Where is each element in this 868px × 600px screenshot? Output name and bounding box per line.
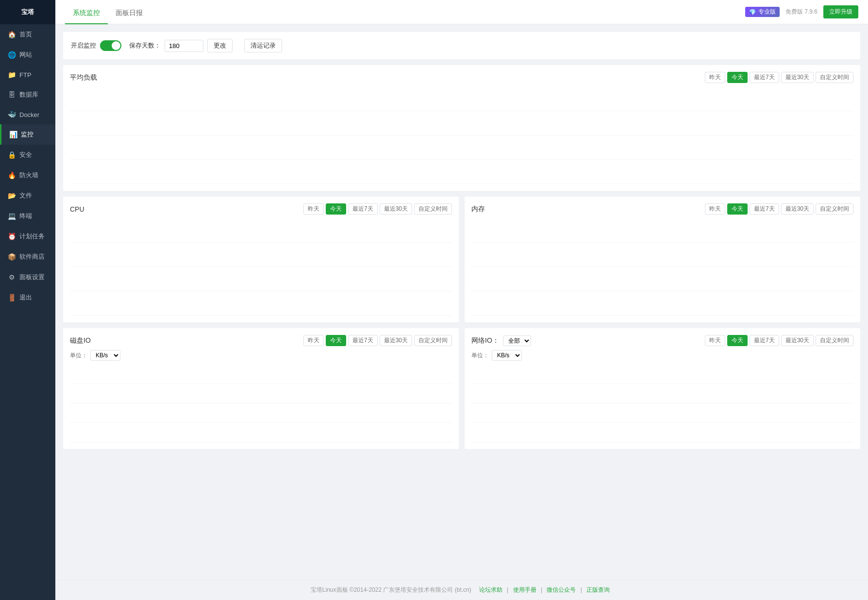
filter-btn-最近30天[interactable]: 最近30天 [380,203,412,215]
network-select[interactable]: 全部 [503,335,531,346]
filter-btn-自定义时间[interactable]: 自定义时间 [816,72,853,83]
main-wrapper: 系统监控面板日报 💎 专业版 免费版 7.9.6 立即升级 开启监控 保存天数：… [55,0,868,600]
sidebar-item-docker[interactable]: 🐳Docker [0,105,55,124]
security-icon: 🔒 [8,151,16,159]
filter-btn-自定义时间[interactable]: 自定义时间 [414,335,452,346]
clear-log-button[interactable]: 清运记录 [244,39,282,52]
footer-link-0[interactable]: 论坛求助 [479,586,502,593]
footer-sep-1: | [505,586,510,593]
logout-icon: 🚪 [8,294,16,301]
top-right: 💎 专业版 免费版 7.9.6 立即升级 [745,5,858,18]
docker-icon: 🐳 [8,111,16,118]
sidebar-item-label-website: 网站 [19,50,32,59]
cpu-filters: 昨天今天最近7天最近30天自定义时间 [303,203,452,215]
load-avg-card: 平均负载 昨天今天最近7天最近30天自定义时间 [63,65,860,191]
top-header: 系统监控面板日报 💎 专业版 免费版 7.9.6 立即升级 [55,0,868,24]
filter-btn-今天[interactable]: 今天 [326,203,346,215]
sidebar-item-label-home: 首页 [19,30,32,39]
sidebar-item-database[interactable]: 🗄数据库 [0,84,55,105]
filter-btn-今天[interactable]: 今天 [727,203,748,215]
footer-link-1[interactable]: 使用手册 [513,586,536,593]
filter-btn-最近30天[interactable]: 最近30天 [781,203,814,215]
sidebar-item-logout[interactable]: 🚪退出 [0,287,55,308]
filter-btn-最近30天[interactable]: 最近30天 [380,335,412,346]
tab-system-monitor[interactable]: 系统监控 [65,9,108,24]
pro-badge: 💎 专业版 [745,7,780,17]
filter-btn-今天[interactable]: 今天 [727,72,748,83]
diamond-icon: 💎 [749,9,756,16]
top-tabs: 系统监控面板日报 [65,0,150,24]
monitor-toggle-group: 开启监控 [71,40,121,51]
filter-btn-自定义时间[interactable]: 自定义时间 [414,203,452,215]
database-icon: 🗄 [8,91,16,99]
sidebar-item-terminal[interactable]: 💻终端 [0,206,55,226]
sidebar-item-label-appstore: 软件商店 [19,252,45,261]
filter-btn-昨天[interactable]: 昨天 [705,72,725,83]
network-title-row: 网络IO： 全部 [471,335,531,346]
sidebar-item-home[interactable]: 🏠首页 [0,24,55,45]
memory-card: 内存 昨天今天最近7天最近30天自定义时间 [465,197,860,322]
upgrade-button[interactable]: 立即升级 [823,5,858,18]
modify-button[interactable]: 更改 [207,39,233,52]
sidebar-item-security[interactable]: 🔒安全 [0,145,55,165]
disk-io-card: 磁盘IO 昨天今天最近7天最近30天自定义时间 单位： KB/s MB/s [63,328,459,449]
monitor-toggle[interactable] [100,40,121,51]
toolbar: 开启监控 保存天数： 更改 清运记录 [63,32,860,59]
filter-btn-最近7天[interactable]: 最近7天 [348,203,378,215]
network-io-unit-select[interactable]: KB/s MB/s [492,350,522,361]
terminal-icon: 💻 [8,212,16,220]
filter-btn-最近7天[interactable]: 最近7天 [750,203,779,215]
sidebar-item-website[interactable]: 🌐网站 [0,45,55,65]
filter-btn-自定义时间[interactable]: 自定义时间 [816,335,853,346]
sidebar-item-label-monitor: 监控 [21,130,33,139]
monitor-icon: 📊 [9,131,17,138]
save-days-input[interactable] [165,40,203,52]
load-avg-filters: 昨天今天最近7天最近30天自定义时间 [705,72,853,83]
memory-placeholder [471,218,853,316]
filter-btn-昨天[interactable]: 昨天 [705,335,725,346]
tab-panel-daily[interactable]: 面板日报 [108,9,150,24]
filter-btn-今天[interactable]: 今天 [326,335,346,346]
disk-io-placeholder [70,365,452,442]
ftp-icon: 📁 [8,71,16,79]
sidebar-item-label-cron: 计划任务 [19,232,45,241]
filter-btn-最近7天[interactable]: 最近7天 [750,72,779,83]
network-io-title: 网络IO： [471,336,499,345]
filter-btn-自定义时间[interactable]: 自定义时间 [816,203,853,215]
sidebar-item-label-security: 安全 [19,150,32,159]
sidebar-item-cron[interactable]: ⏰计划任务 [0,226,55,247]
filter-btn-最近7天[interactable]: 最近7天 [348,335,378,346]
load-avg-title: 平均负载 [70,73,97,82]
filter-btn-最近30天[interactable]: 最近30天 [781,72,814,83]
network-io-unit-label: 单位： [471,351,489,360]
sidebar-item-panel-settings[interactable]: ⚙面板设置 [0,267,55,287]
sidebar-item-label-files: 文件 [19,191,32,200]
footer-link-3[interactable]: 正版查询 [586,586,610,593]
network-io-unit-group: 单位： KB/s MB/s [471,350,853,361]
website-icon: 🌐 [8,51,16,59]
network-io-header: 网络IO： 全部 昨天今天最近7天最近30天自定义时间 [471,335,853,346]
cpu-title: CPU [70,205,84,213]
network-io-card: 网络IO： 全部 昨天今天最近7天最近30天自定义时间 单位： KB/s MB/… [465,328,860,449]
logo-text: 宝塔 [21,8,34,17]
footer-link-2[interactable]: 微信公众号 [547,586,576,593]
disk-io-unit-select[interactable]: KB/s MB/s [90,350,120,361]
disk-io-unit-group: 单位： KB/s MB/s [70,350,452,361]
sidebar-item-files[interactable]: 📂文件 [0,185,55,206]
sidebar-item-firewall[interactable]: 🔥防火墙 [0,165,55,185]
footer-copyright: 宝塔Linux面板 ©2014-2022 广东堡塔安全技术有限公司 (bt.cn… [311,586,471,593]
filter-btn-昨天[interactable]: 昨天 [303,203,324,215]
sidebar-item-monitor[interactable]: 📊监控 [0,124,55,145]
sidebar-item-ftp[interactable]: 📁FTP [0,65,55,84]
sidebar-item-label-database: 数据库 [19,90,38,99]
footer-sep-3: | [579,586,584,593]
cron-icon: ⏰ [8,233,16,240]
footer-links: 论坛求助 | 使用手册 | 微信公众号 | 正版查询 [476,586,613,593]
filter-btn-今天[interactable]: 今天 [727,335,748,346]
filter-btn-最近7天[interactable]: 最近7天 [750,335,779,346]
filter-btn-最近30天[interactable]: 最近30天 [781,335,814,346]
filter-btn-昨天[interactable]: 昨天 [705,203,725,215]
filter-btn-昨天[interactable]: 昨天 [303,335,324,346]
cpu-chart [70,218,452,316]
sidebar-item-appstore[interactable]: 📦软件商店 [0,247,55,267]
